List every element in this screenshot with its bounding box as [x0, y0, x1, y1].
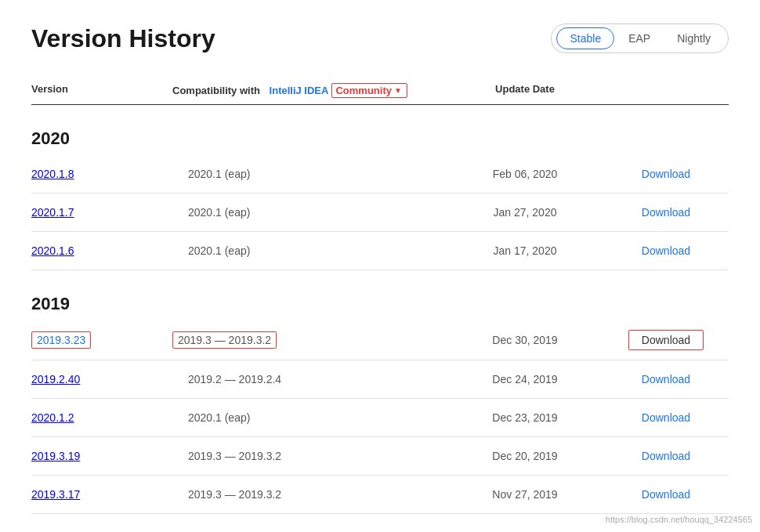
cell-action: Download — [603, 241, 729, 260]
version-link[interactable]: 2019.3.17 — [31, 488, 80, 501]
table-row: 2020.1.22020.1 (eap)Dec 23, 2019Download — [31, 399, 729, 437]
table-row: 2019.3.192019.3 — 2019.3.2Dec 20, 2019Do… — [31, 437, 729, 476]
cell-compat: 2020.1 (eap) — [172, 244, 447, 257]
version-link[interactable]: 2020.1.7 — [31, 206, 74, 219]
table-row: 2019.2.402019.2 — 2019.2.4Dec 24, 2019Do… — [31, 360, 729, 399]
download-button[interactable]: Download — [634, 203, 698, 222]
cell-compat: 2020.1 (eap) — [172, 168, 447, 180]
chevron-down-icon: ▼ — [394, 86, 402, 95]
cell-version: 2020.1.7 — [31, 206, 172, 219]
cell-version: 2019.3.19 — [31, 450, 172, 462]
cell-action: Download — [603, 408, 729, 427]
col-action — [603, 83, 729, 98]
tab-eap[interactable]: EAP — [616, 28, 663, 49]
download-button[interactable]: Download — [634, 408, 698, 427]
table-row: 2020.1.82020.1 (eap)Feb 06, 2020Download — [31, 155, 729, 194]
groups-container: 20202020.1.82020.1 (eap)Feb 06, 2020Down… — [31, 121, 729, 514]
cell-compat: 2019.3 — 2019.3.2 — [172, 331, 447, 349]
cell-date: Jan 27, 2020 — [447, 206, 603, 219]
download-button[interactable]: Download — [634, 485, 698, 504]
cell-date: Dec 23, 2019 — [447, 411, 603, 424]
cell-version: 2019.2.40 — [31, 373, 172, 385]
cell-date: Nov 27, 2019 — [447, 488, 603, 501]
cell-action: Download — [603, 165, 729, 183]
compat-prefix: Compatibility with — [172, 85, 260, 96]
version-table: Version Compatibility with IntelliJ IDEA… — [31, 77, 729, 514]
cell-action: Download — [603, 370, 729, 389]
cell-compat: 2019.3 — 2019.3.2 — [172, 450, 447, 462]
cell-date: Dec 20, 2019 — [447, 450, 603, 462]
tab-nightly[interactable]: Nightly — [664, 28, 723, 49]
channel-tabs: Stable EAP Nightly — [551, 24, 729, 53]
version-link[interactable]: 2019.3.19 — [31, 450, 80, 462]
cell-version: 2020.1.6 — [31, 244, 172, 257]
table-row: 2020.1.72020.1 (eap)Jan 27, 2020Download — [31, 194, 729, 232]
year-group-2020: 20202020.1.82020.1 (eap)Feb 06, 2020Down… — [31, 121, 729, 270]
cell-action: Download — [603, 447, 729, 465]
cell-action: Download — [603, 203, 729, 222]
watermark: https://blog.csdn.net/houqq_34224565 — [606, 515, 752, 524]
cell-compat: 2020.1 (eap) — [172, 411, 447, 424]
tab-stable[interactable]: Stable — [556, 27, 614, 49]
year-group-2019: 20192019.3.232019.3 — 2019.3.2Dec 30, 20… — [31, 286, 729, 514]
cell-action: Download — [603, 330, 729, 350]
cell-date: Dec 24, 2019 — [447, 373, 603, 385]
version-link[interactable]: 2020.1.2 — [31, 411, 74, 424]
cell-compat: 2019.2 — 2019.2.4 — [172, 373, 447, 385]
compat-ide-link[interactable]: IntelliJ IDEA — [270, 85, 329, 96]
table-header: Version Compatibility with IntelliJ IDEA… — [31, 77, 729, 105]
page-header: Version History Stable EAP Nightly — [31, 24, 729, 53]
year-heading: 2020 — [31, 121, 729, 155]
cell-date: Feb 06, 2020 — [447, 168, 603, 180]
year-heading: 2019 — [31, 286, 729, 320]
table-row: 2020.1.62020.1 (eap)Jan 17, 2020Download — [31, 232, 729, 270]
compat-dropdown[interactable]: Community ▼ — [331, 83, 407, 98]
col-date: Update Date — [447, 83, 603, 98]
download-button[interactable]: Download — [634, 370, 698, 389]
table-row: 2019.3.172019.3 — 2019.3.2Nov 27, 2019Do… — [31, 476, 729, 514]
cell-compat: 2019.3 — 2019.3.2 — [172, 488, 447, 501]
version-link[interactable]: 2019.3.23 — [37, 334, 85, 346]
download-button[interactable]: Download — [634, 447, 698, 465]
cell-action: Download — [603, 485, 729, 504]
download-button[interactable]: Download — [634, 165, 698, 183]
cell-compat: 2020.1 (eap) — [172, 206, 447, 219]
page-title: Version History — [31, 24, 215, 53]
version-link[interactable]: 2019.2.40 — [31, 373, 80, 385]
cell-version: 2020.1.2 — [31, 411, 172, 424]
cell-version: 2020.1.8 — [31, 168, 172, 180]
download-button[interactable]: Download — [628, 330, 704, 350]
col-version: Version — [31, 83, 172, 98]
cell-version: 2019.3.17 — [31, 488, 172, 501]
version-link[interactable]: 2020.1.8 — [31, 168, 74, 180]
cell-date: Jan 17, 2020 — [447, 244, 603, 257]
cell-version: 2019.3.23 — [31, 331, 172, 349]
table-row: 2019.3.232019.3 — 2019.3.2Dec 30, 2019Do… — [31, 320, 729, 360]
version-link[interactable]: 2020.1.6 — [31, 244, 74, 257]
cell-date: Dec 30, 2019 — [447, 334, 603, 346]
download-button[interactable]: Download — [634, 241, 698, 260]
compat-value: 2019.3 — 2019.3.2 — [172, 331, 277, 349]
col-compat: Compatibility with IntelliJ IDEA Communi… — [172, 83, 447, 98]
